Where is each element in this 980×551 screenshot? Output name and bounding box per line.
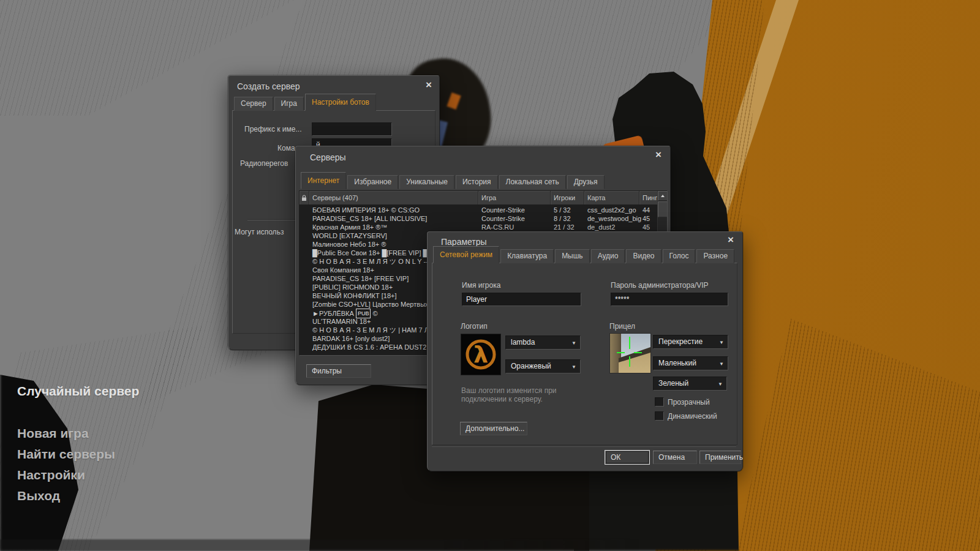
- options-tabs: Сетевой режимКлавиатураМышьАудиоВидеоГол…: [433, 247, 734, 263]
- filters-button[interactable]: Фильтры: [306, 364, 371, 378]
- tab-локальная-сеть[interactable]: Локальная сеть: [499, 175, 566, 189]
- options-dialog: Параметры × Сетевой режимКлавиатураМышьА…: [427, 231, 743, 471]
- crosshair-segment: [629, 356, 630, 367]
- logo-label: Логотип: [461, 322, 488, 331]
- translucent-checkbox-label: Прозрачный: [668, 398, 710, 407]
- chevron-down-icon: ▼: [571, 361, 576, 373]
- crosshair-color-select[interactable]: Зеленый▼: [653, 377, 727, 391]
- lambda-logo-preview: λ: [461, 334, 501, 375]
- apply-button[interactable]: Применить: [699, 451, 741, 464]
- button-divider: [432, 446, 736, 447]
- lambda-logo-icon: λ: [461, 334, 500, 375]
- crosshair-type-select[interactable]: Перекрестие▼: [653, 335, 728, 349]
- scrollbar-thumb[interactable]: [658, 201, 668, 217]
- player-name-input[interactable]: Player: [462, 293, 581, 306]
- bot-radio-label: Радиоперегов: [240, 159, 288, 168]
- tab-клавиатура[interactable]: Клавиатура: [500, 249, 554, 263]
- close-icon[interactable]: ×: [655, 150, 662, 160]
- server-row[interactable]: БОЕВАЯ ИМПЕРИЯ 18+ © CS:GOCounter-Strike…: [300, 206, 658, 214]
- admin-password-input[interactable]: *****: [611, 293, 728, 306]
- main-menu: Случайный серверНовая играНайти серверыН…: [17, 381, 139, 506]
- crosshair-size-select[interactable]: Маленький▼: [653, 356, 728, 370]
- crosshair-segment: [634, 352, 642, 353]
- dynamic-checkbox-label: Динамический: [668, 412, 717, 421]
- close-icon[interactable]: ×: [426, 80, 432, 90]
- dialog-title: Серверы: [310, 152, 346, 162]
- bot-weapons-label: Могут использ: [235, 228, 284, 236]
- tab-голос[interactable]: Голос: [663, 249, 696, 263]
- bot-command-label: Кома: [277, 144, 295, 152]
- arrow-up-icon: [661, 195, 665, 197]
- svg-text:λ: λ: [473, 341, 488, 368]
- tab-избранное[interactable]: Избранное: [347, 175, 398, 189]
- logo-note: Ваш логотип изменится при подключении к …: [461, 386, 575, 403]
- server-table-header: Серверы (407) Игра Игроки Карта Пинг: [300, 191, 667, 204]
- dialog-title: Параметры: [441, 237, 487, 247]
- tab-уникальные[interactable]: Уникальные: [399, 175, 454, 189]
- menu-item[interactable]: Новая игра: [17, 423, 139, 444]
- menu-item[interactable]: Случайный сервер: [17, 381, 139, 402]
- create-server-tabs: СерверИграНастройки ботов: [234, 95, 376, 111]
- chevron-down-icon: ▼: [571, 337, 576, 350]
- bottom-shadow: [0, 539, 674, 551]
- server-row[interactable]: PARADISE_CS 18+ [ALL INCLUSIVE]Counter-S…: [300, 214, 658, 223]
- close-icon[interactable]: ×: [728, 235, 734, 245]
- advanced-button[interactable]: Дополнительно...: [460, 422, 527, 435]
- crosshair-preview: [609, 333, 651, 373]
- chevron-down-icon: ▼: [719, 336, 724, 349]
- lock-icon: [301, 195, 307, 201]
- game-menu-screen: Случайный серверНовая играНайти серверыН…: [0, 0, 980, 551]
- crosshair-segment: [629, 337, 630, 349]
- tab-друзья[interactable]: Друзья: [567, 175, 605, 189]
- column-header-players[interactable]: Игроки: [551, 191, 584, 204]
- logo-select[interactable]: lambda▼: [505, 335, 581, 350]
- crosshair-label: Прицел: [609, 322, 635, 331]
- column-header-game[interactable]: Игра: [478, 191, 551, 204]
- tab-аудио[interactable]: Аудио: [591, 249, 625, 263]
- server-row[interactable]: Красная Армия 18+ ®™RA-CS.RU21 / 32de_du…: [300, 223, 658, 231]
- tab-интернет[interactable]: Интернет: [301, 172, 346, 189]
- server-browser-tabs: ИнтернетИзбранноеУникальныеИсторияЛокаль…: [301, 172, 605, 189]
- tab-сетевой-режим[interactable]: Сетевой режим: [433, 246, 499, 263]
- column-header-ping[interactable]: Пинг: [639, 191, 658, 204]
- tab-сервер[interactable]: Сервер: [234, 97, 273, 111]
- admin-password-label: Пароль администратора/VIP: [611, 281, 709, 290]
- dynamic-checkbox[interactable]: [655, 411, 664, 421]
- ok-button[interactable]: ОК: [605, 451, 649, 464]
- tab-игра[interactable]: Игра: [274, 97, 304, 111]
- menu-item[interactable]: Выход: [17, 485, 139, 506]
- tab-настройки-ботов[interactable]: Настройки ботов: [305, 94, 376, 111]
- player-name-label: Имя игрока: [462, 281, 500, 290]
- tab-мышь[interactable]: Мышь: [555, 249, 590, 263]
- chevron-down-icon: ▼: [718, 378, 723, 391]
- tab-разное[interactable]: Разное: [696, 249, 734, 263]
- translucent-checkbox[interactable]: [655, 397, 664, 407]
- column-header-map[interactable]: Карта: [584, 191, 639, 204]
- crosshair-segment: [617, 352, 625, 353]
- bot-prefix-input[interactable]: [312, 122, 392, 136]
- dialog-title: Создать сервер: [237, 81, 300, 91]
- tab-видео[interactable]: Видео: [626, 249, 661, 263]
- tab-история[interactable]: История: [456, 175, 498, 189]
- logo-color-select[interactable]: Оранжевый▼: [505, 359, 581, 373]
- scrollbar-up-button[interactable]: [658, 191, 668, 201]
- column-header-servers[interactable]: Серверы (407): [309, 191, 478, 204]
- menu-item[interactable]: Найти серверы: [17, 444, 139, 465]
- lock-column-header[interactable]: [300, 191, 309, 204]
- chevron-down-icon: ▼: [719, 358, 724, 370]
- menu-item[interactable]: Настройки: [17, 465, 139, 485]
- cancel-button[interactable]: Отмена: [653, 451, 697, 464]
- bot-prefix-label: Префикс к име...: [244, 125, 301, 133]
